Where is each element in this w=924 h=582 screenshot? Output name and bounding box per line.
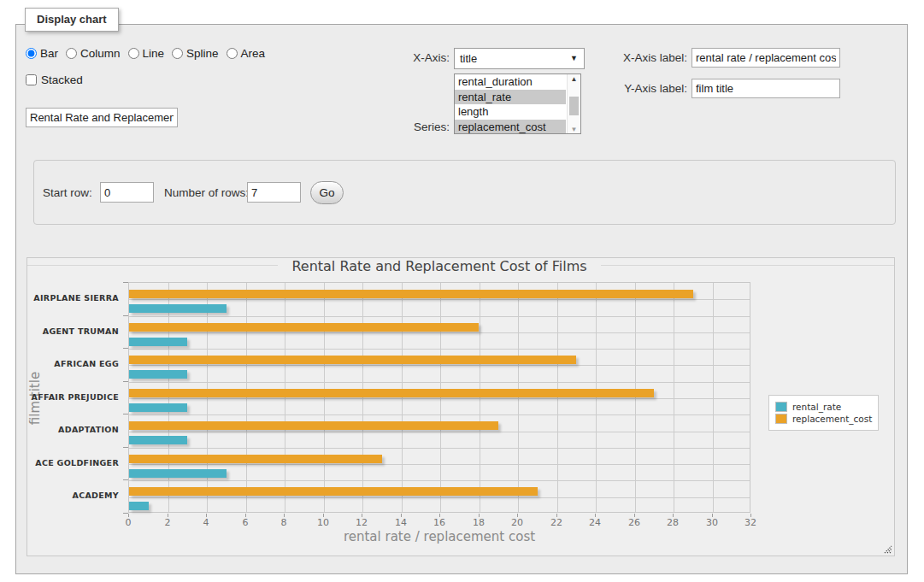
x-axis-tick-label: 30 xyxy=(695,517,729,528)
bar-replacement_cost[interactable] xyxy=(129,323,479,332)
bar-rental_rate[interactable] xyxy=(129,338,187,346)
bar-rental_rate[interactable] xyxy=(129,469,227,478)
x-axis-tick-label: 14 xyxy=(384,517,418,528)
x-axis-title: rental rate / replacement cost xyxy=(128,529,750,544)
y-axis-tick-mark xyxy=(123,479,128,480)
chart-container: Rental Rate and Replacement Cost of Film… xyxy=(26,257,895,556)
chart-type-option-spline[interactable]: Spline xyxy=(172,47,219,60)
bar-rental_rate[interactable] xyxy=(129,502,149,510)
chart-type-radio-area[interactable] xyxy=(227,48,238,59)
scrollbar-thumb[interactable] xyxy=(569,97,579,115)
legend-swatch-icon xyxy=(775,414,787,424)
chart-type-option-bar[interactable]: Bar xyxy=(26,47,58,60)
x-axis-field-label: X-Axis: xyxy=(384,51,450,64)
num-rows-input[interactable] xyxy=(247,182,301,203)
series-option-rental_rate[interactable]: rental_rate xyxy=(455,90,566,105)
resize-grip-icon[interactable] xyxy=(882,544,892,554)
chart-title: Rental Rate and Replacement Cost of Film… xyxy=(278,258,600,274)
legend-swatch-icon xyxy=(775,402,787,412)
x-axis-tick-label: 32 xyxy=(733,517,768,528)
bar-rental_rate[interactable] xyxy=(129,436,187,444)
chart-type-option-column[interactable]: Column xyxy=(66,47,121,60)
chart-type-radio-column[interactable] xyxy=(66,48,77,59)
legend-item: replacement_cost xyxy=(775,414,872,424)
x-axis-select-value: title xyxy=(460,52,477,65)
y-axis-label-input[interactable] xyxy=(692,79,840,98)
panel-legend: Display chart xyxy=(25,8,119,32)
bar-rental_rate[interactable] xyxy=(129,304,227,313)
y-axis-tick-mark xyxy=(123,381,128,382)
bar-rental_rate[interactable] xyxy=(129,370,187,379)
gridline-horizontal xyxy=(129,398,750,399)
x-axis-label-input[interactable] xyxy=(692,48,840,68)
x-axis-label-field-label: X-Axis label: xyxy=(597,51,687,64)
x-axis-tick-label: 10 xyxy=(306,517,340,528)
gridline-horizontal xyxy=(129,316,750,317)
series-option-rental_duration[interactable]: rental_duration xyxy=(455,74,566,90)
gridline-horizontal xyxy=(129,497,750,498)
gridline-vertical xyxy=(324,283,325,512)
category-label: AFRICAN EGG xyxy=(27,348,123,381)
bar-replacement_cost[interactable] xyxy=(129,421,498,430)
legend-item: rental_rate xyxy=(775,402,872,412)
bar-replacement_cost[interactable] xyxy=(129,356,576,364)
chart-title-input[interactable] xyxy=(26,108,178,127)
gridline-vertical xyxy=(402,283,403,512)
stacked-option[interactable]: Stacked xyxy=(26,73,83,86)
series-scrollbar[interactable]: ▲ ▼ xyxy=(567,74,580,133)
y-axis-tick-mark xyxy=(123,513,128,514)
row-controls-panel: Start row: Number of rows: Go xyxy=(33,160,896,225)
gridline-horizontal xyxy=(129,299,750,300)
x-axis-tick-label: 18 xyxy=(462,517,496,528)
x-axis-select[interactable]: title ▼ xyxy=(454,48,585,69)
series-option-length[interactable]: length xyxy=(455,104,566,120)
x-axis-tick-label: 4 xyxy=(189,517,223,528)
bar-replacement_cost[interactable] xyxy=(129,290,693,298)
gridline-horizontal xyxy=(129,480,750,481)
bar-replacement_cost[interactable] xyxy=(129,389,654,397)
x-axis-tick-label: 24 xyxy=(578,517,612,528)
gridline-horizontal xyxy=(129,414,750,415)
scrollbar-up-icon[interactable]: ▲ xyxy=(568,75,580,83)
gridline-vertical xyxy=(480,283,480,512)
chart-type-option-area[interactable]: Area xyxy=(227,47,266,60)
start-row-input[interactable] xyxy=(100,182,154,203)
category-label: ACADEMY DINOSAUR xyxy=(27,479,123,513)
legend-label: rental_rate xyxy=(792,402,841,412)
bar-rental_rate[interactable] xyxy=(129,403,187,412)
page: Display chart BarColumnLineSplineArea St… xyxy=(0,0,924,582)
series-listbox[interactable]: rental_durationrental_ratelengthreplacem… xyxy=(454,73,581,134)
dropdown-arrow-icon: ▼ xyxy=(570,49,578,68)
category-label: ADAPTATION HOLES xyxy=(27,414,123,447)
chart-type-option-line[interactable]: Line xyxy=(128,47,165,60)
series-option-replacement_cost[interactable]: replacement_cost xyxy=(455,120,566,135)
gridline-vertical xyxy=(246,283,247,512)
chart-type-option-label: Bar xyxy=(40,47,58,60)
go-button[interactable]: Go xyxy=(310,181,344,204)
chart-type-option-label: Spline xyxy=(186,47,219,60)
chart-type-option-label: Line xyxy=(143,47,165,60)
x-axis-tick-label: 22 xyxy=(539,517,574,528)
y-axis-tick-mark xyxy=(123,348,128,349)
y-axis-tick-mark xyxy=(123,315,128,316)
x-axis-tick-label: 12 xyxy=(344,517,379,528)
bar-replacement_cost[interactable] xyxy=(129,455,382,463)
stacked-checkbox[interactable] xyxy=(26,74,37,85)
gridline-horizontal xyxy=(129,349,750,350)
gridline-horizontal xyxy=(129,332,750,333)
chart-type-option-label: Area xyxy=(241,47,266,60)
x-axis-tick-label: 20 xyxy=(500,517,534,528)
y-axis-tick-mark xyxy=(123,414,128,414)
chart-type-radio-bar[interactable] xyxy=(26,48,37,59)
gridline-horizontal xyxy=(129,448,750,449)
x-axis-tick-label: 8 xyxy=(267,517,301,528)
scrollbar-down-icon[interactable]: ▼ xyxy=(568,126,580,133)
gridline-vertical xyxy=(440,283,441,512)
gridline-vertical xyxy=(285,283,285,512)
chart-type-radio-line[interactable] xyxy=(128,48,139,59)
x-axis-tick-label: 16 xyxy=(422,517,456,528)
y-axis-label-field-label: Y-Axis label: xyxy=(597,82,687,95)
gridline-vertical xyxy=(362,283,363,512)
chart-type-radio-spline[interactable] xyxy=(172,48,183,59)
bar-replacement_cost[interactable] xyxy=(129,487,538,496)
